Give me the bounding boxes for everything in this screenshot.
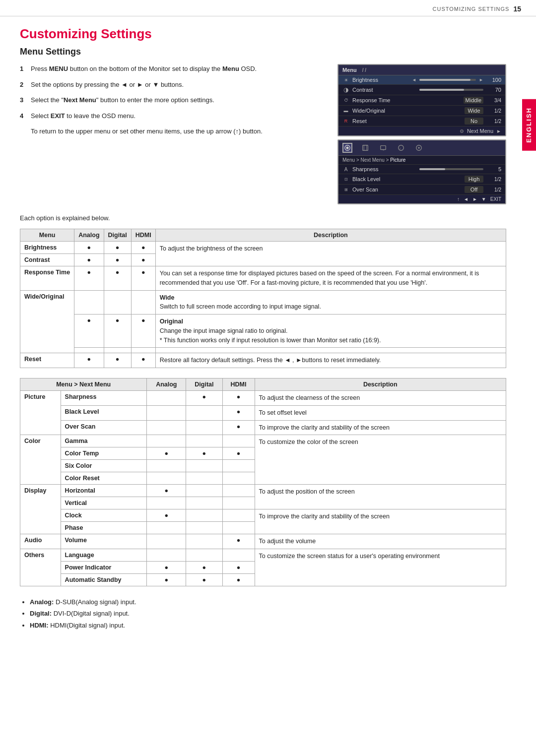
table2-row-language: Others Language To customize the screen … bbox=[20, 549, 506, 562]
step-3: 3 Select the "Next Menu" button to enter… bbox=[20, 95, 323, 105]
osd2-icon-color bbox=[360, 143, 370, 153]
osd1-menu-label: Menu bbox=[342, 67, 357, 73]
table2-row-overscan: Over Scan ● To improve the clarity and s… bbox=[20, 420, 506, 435]
osd1-wide-row: ▬ Wide/Original Wide 1/2 bbox=[338, 106, 505, 116]
table1: Menu Analog Digital HDMI Description Bri… bbox=[20, 229, 506, 368]
footer-note-analog: Analog: D-SUB(Analog signal) input. bbox=[30, 596, 506, 608]
header-page-number: 15 bbox=[513, 5, 521, 13]
osd2-icon-display bbox=[378, 143, 388, 153]
page-header: CUSTOMIZING SETTINGS 15 bbox=[0, 0, 536, 16]
osd2-overscan-row: ⊞ Over Scan Off 1/2 bbox=[338, 185, 505, 195]
english-language-tab: ENGLISH bbox=[522, 99, 536, 151]
table1-row-reset bbox=[20, 348, 506, 353]
table1-section: Menu Analog Digital HDMI Description Bri… bbox=[20, 229, 506, 368]
osd2-icon-picture bbox=[342, 143, 352, 153]
osd-mockup-column: Menu / / ☀ Brightness ◄ ► 100 ◑ bbox=[337, 64, 506, 204]
table1-col-analog: Analog bbox=[74, 229, 104, 242]
osd1-brightness-row: ☀ Brightness ◄ ► 100 bbox=[338, 75, 505, 85]
step-1: 1 Press MENU button on the bottom of the… bbox=[20, 64, 323, 74]
table2-col-digital: Digital bbox=[186, 378, 222, 391]
table2-col-hdmi: HDMI bbox=[222, 378, 255, 391]
table1-col-menu: Menu bbox=[20, 229, 74, 242]
osd2-icon-audio: ♪ bbox=[396, 143, 406, 153]
table2: Menu > Next Menu Analog Digital HDMI Des… bbox=[20, 378, 506, 586]
table1-row-reset-main: Reset ● ● ● Restore all factory default … bbox=[20, 353, 506, 368]
table2-row-clock: Clock ● To improve the clarity and stabi… bbox=[20, 509, 506, 522]
osd2-breadcrumb: Menu > Next Menu > Picture bbox=[338, 156, 505, 165]
page-title: Customizing Settings bbox=[20, 26, 506, 42]
osd1-contrast-row: ◑ Contrast 70 bbox=[338, 85, 505, 95]
footer-note-digital: Digital: DVI-D(Digital signal) input. bbox=[30, 608, 506, 619]
table1-row-brightness: Brightness ● ● ● To adjust the brightnes… bbox=[20, 242, 506, 254]
osd2-sharpness-row: A Sharpness 5 bbox=[338, 165, 505, 174]
osd2-bottom-nav: ↑ ◄ ► ▼ EXIT bbox=[338, 195, 505, 203]
table2-col-desc: Description bbox=[255, 378, 506, 391]
step-2: 2 Set the options by pressing the ◄ or ►… bbox=[20, 80, 323, 90]
table2-row-horizontal: Display Horizontal ● To adjust the posit… bbox=[20, 485, 506, 497]
svg-rect-5 bbox=[381, 146, 386, 150]
table2-row-volume: Audio Volume ● To adjust the volume bbox=[20, 534, 506, 549]
svg-rect-2 bbox=[363, 145, 368, 151]
svg-point-1 bbox=[346, 146, 348, 149]
table1-col-digital: Digital bbox=[104, 229, 131, 242]
osd2-container: ♪ Menu > Next Menu > Picture A Sharpness… bbox=[337, 139, 506, 204]
section-title: Menu Settings bbox=[20, 47, 506, 57]
table2-col-menu-next: Menu > Next Menu bbox=[20, 378, 147, 391]
table2-row-sharpness: Picture Sharpness ● ● To adjust the clea… bbox=[20, 391, 506, 406]
table2-row-gamma: Color Gamma To customize the color of th… bbox=[20, 435, 506, 447]
step-4: 4 Select EXIT to leave the OSD menu. bbox=[20, 111, 323, 121]
table2-section: Menu > Next Menu Analog Digital HDMI Des… bbox=[20, 378, 506, 586]
table2-row-blacklevel: Black Level ● To set offset level bbox=[20, 405, 506, 420]
osd1-reset-row: R Reset No 1/2 bbox=[338, 116, 505, 126]
table1-row-response: Response Time ● ● ● You can set a respon… bbox=[20, 266, 506, 291]
osd2-icon-others bbox=[414, 143, 424, 153]
svg-text:♪: ♪ bbox=[400, 146, 401, 150]
osd1-menu-bar: Menu / / bbox=[338, 65, 505, 75]
svg-point-10 bbox=[418, 147, 420, 149]
steps-list: 1 Press MENU button on the bottom of the… bbox=[20, 64, 323, 121]
footer-note-hdmi: HDMI: HDMI(Digital signal) input. bbox=[30, 620, 506, 631]
osd2-icons-row: ♪ bbox=[338, 140, 505, 156]
table1-col-desc: Description bbox=[155, 229, 506, 242]
osd2-blacklevel-row: ⊡ Black Level High 1/2 bbox=[338, 174, 505, 185]
header-section-label: CUSTOMIZING SETTINGS bbox=[433, 6, 510, 12]
osd1-response-row: ⏱ Response Time Middle 3/4 bbox=[338, 95, 505, 106]
explained-text: Each option is explained below. bbox=[20, 214, 506, 222]
footer-notes: Analog: D-SUB(Analog signal) input. Digi… bbox=[20, 596, 506, 631]
table2-col-analog: Analog bbox=[147, 378, 186, 391]
table1-col-hdmi: HDMI bbox=[131, 229, 155, 242]
table1-row-wide-original: ● ● ● OriginalChange the input image sig… bbox=[20, 315, 506, 348]
steps-column: 1 Press MENU button on the bottom of the… bbox=[20, 64, 323, 204]
table1-row-wide-header: Wide/Original WideSwitch to full screen … bbox=[20, 290, 506, 315]
osd1-next-menu-row: ⚙ Next Menu ► bbox=[338, 126, 505, 135]
sub-note: To return to the upper menu or set other… bbox=[31, 126, 323, 136]
osd1-container: Menu / / ☀ Brightness ◄ ► 100 ◑ bbox=[337, 64, 506, 136]
